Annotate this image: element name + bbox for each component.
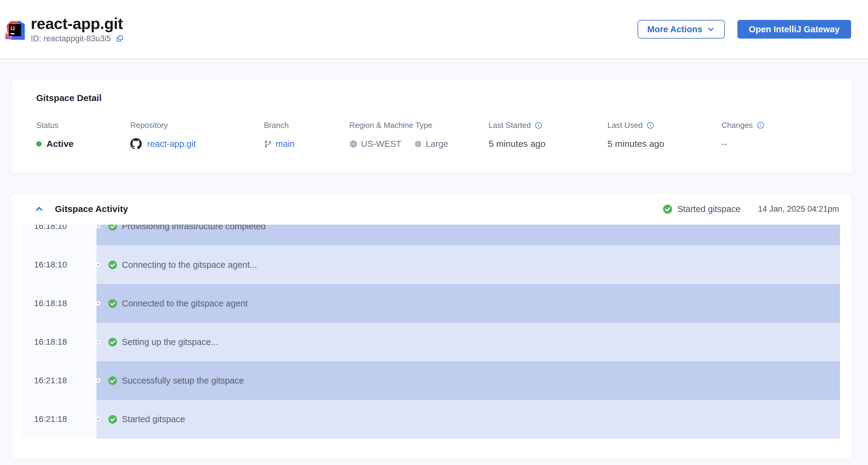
check-circle-icon (108, 376, 117, 385)
github-icon (130, 138, 142, 150)
detail-card-title: Gitspace Detail (36, 93, 840, 103)
field-repository: Repository react-app.git (130, 121, 264, 151)
event-text: Connecting to the gitspace agent... (122, 260, 257, 270)
timeline-dot-icon (96, 340, 100, 344)
check-circle-icon (662, 204, 673, 214)
timeline-dot-icon (96, 301, 100, 306)
activity-log-row: 16:21:18 Successfully setup the gitspace (20, 361, 840, 400)
logo-letters: IJ (10, 26, 15, 31)
event-timestamp: 16:21:18 (34, 414, 67, 424)
branch-label: Branch (264, 121, 289, 130)
activity-log-row: 16:18:18 Connected to the gitspace agent (20, 284, 840, 323)
copy-id-icon[interactable] (116, 35, 124, 43)
more-actions-label: More Actions (647, 24, 703, 34)
git-branch-icon (264, 140, 272, 148)
activity-log-row: 16:18:18 Setting up the gitspace... (20, 323, 840, 361)
latest-status-time: 14 Jan, 2025 04:21pm (758, 205, 839, 214)
gitspace-detail-card: Gitspace Detail Status Active Repository (12, 79, 852, 173)
timeline-dot-icon (96, 417, 100, 422)
event-cell: Started gitspace (96, 400, 840, 438)
field-last-started: Last Started 5 minutes ago (489, 121, 608, 151)
event-timestamp: 16:18:10 (34, 225, 67, 231)
field-changes: Changes -- (721, 121, 840, 151)
activity-log-scroll-area[interactable]: 16:18:10 Provisioning infrastructure com… (20, 225, 840, 441)
open-gateway-label: Open IntelliJ Gateway (749, 24, 840, 34)
more-actions-button[interactable]: More Actions (638, 20, 725, 39)
repository-label: Repository (130, 121, 168, 130)
timestamp-cell: 16:18:18 (20, 284, 96, 323)
activity-log-row: 16:21:18 Started gitspace (20, 400, 840, 438)
event-timestamp: 16:21:18 (34, 376, 67, 385)
machine-type-value: Large (414, 139, 448, 149)
status-active-dot-icon (36, 141, 42, 147)
last-used-label: Last Used (608, 121, 643, 130)
activity-log: 16:18:10 Provisioning infrastructure com… (20, 225, 840, 438)
status-value: Active (36, 137, 130, 151)
field-status: Status Active (36, 121, 130, 151)
check-circle-icon (108, 225, 117, 231)
changes-label: Changes (721, 121, 753, 130)
timestamp-cell: 16:21:18 (20, 400, 96, 438)
event-text: Setting up the gitspace... (122, 337, 218, 347)
event-cell: Provisioning infrastructure completed (96, 225, 840, 245)
region-machine-label: Region & Machine Type (349, 121, 433, 130)
cpu-icon (414, 140, 422, 148)
last-started-label: Last Started (489, 121, 531, 130)
check-circle-icon (108, 337, 117, 347)
chevron-up-icon[interactable] (34, 204, 44, 214)
activity-title: Gitspace Activity (55, 204, 128, 214)
changes-value: -- (721, 139, 727, 149)
branch-link[interactable]: main (276, 139, 294, 149)
check-circle-icon (108, 299, 117, 308)
last-used-value: 5 minutes ago (608, 139, 664, 149)
page-title: react-app.git (31, 15, 124, 32)
event-text: Successfully setup the gitspace (122, 376, 244, 386)
timestamp-cell: 16:18:10 (20, 245, 96, 284)
info-icon[interactable] (757, 122, 764, 129)
event-text: Connected to the gitspace agent (122, 299, 248, 309)
latest-status-badge: Started gitspace (677, 204, 741, 214)
top-bar: IJ react-app.git ID: reactappgit-83u3i5 … (0, 0, 868, 59)
open-intellij-gateway-button[interactable]: Open IntelliJ Gateway (737, 20, 851, 39)
event-timestamp: 16:18:18 (34, 299, 67, 308)
intellij-logo-icon: IJ (5, 21, 25, 40)
event-text: Started gitspace (122, 414, 185, 424)
event-timestamp: 16:18:18 (34, 337, 67, 347)
event-cell: Successfully setup the gitspace (96, 361, 840, 400)
activity-header: Gitspace Activity Started gitspace 14 Ja… (12, 193, 852, 225)
activity-log-row: 16:18:10 Connecting to the gitspace agen… (20, 245, 840, 284)
event-cell: Connected to the gitspace agent (96, 284, 840, 323)
region-value: US-WEST (349, 139, 401, 149)
field-last-used: Last Used 5 minutes ago (608, 121, 721, 151)
field-region-machine: Region & Machine Type US-WEST (349, 121, 489, 151)
timestamp-cell: 16:21:18 (20, 361, 96, 400)
field-branch: Branch main (264, 121, 349, 151)
last-started-value: 5 minutes ago (489, 139, 545, 149)
info-icon[interactable] (535, 122, 542, 129)
chevron-down-icon (707, 25, 715, 33)
timestamp-cell: 16:18:18 (20, 323, 96, 361)
event-cell: Connecting to the gitspace agent... (96, 245, 840, 284)
timeline-dot-icon (96, 378, 100, 383)
info-icon[interactable] (647, 122, 654, 129)
gitspace-id: ID: reactappgit-83u3i5 (31, 34, 111, 43)
event-text: Provisioning infrastructure completed (122, 225, 266, 231)
timeline-dot-icon (96, 262, 100, 267)
timestamp-cell: 16:18:10 (20, 225, 96, 245)
status-label: Status (36, 121, 59, 130)
check-circle-icon (108, 260, 117, 270)
globe-icon (349, 140, 358, 148)
event-timestamp: 16:18:10 (34, 260, 67, 270)
activity-log-row: 16:18:10 Provisioning infrastructure com… (20, 225, 840, 245)
event-cell: Setting up the gitspace... (96, 323, 840, 361)
repository-link[interactable]: react-app.git (147, 139, 196, 149)
gitspace-activity-card: Gitspace Activity Started gitspace 14 Ja… (12, 193, 852, 459)
check-circle-icon (108, 415, 117, 424)
gitspace-detail-page: IJ react-app.git ID: reactappgit-83u3i5 … (0, 0, 868, 465)
